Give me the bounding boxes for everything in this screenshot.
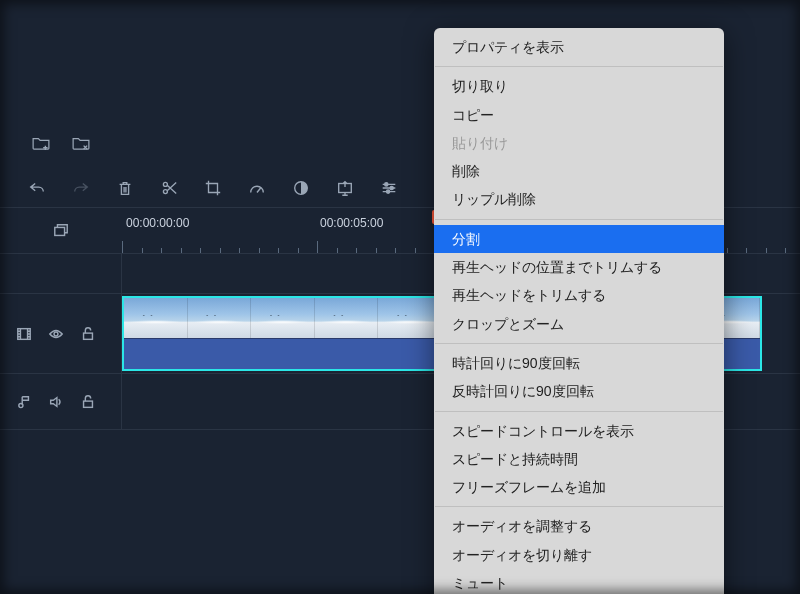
eye-icon[interactable] [48,326,64,342]
speedometer-icon[interactable] [248,179,266,197]
menu-item[interactable]: クロップとズーム [434,310,724,338]
menu-item[interactable]: スピードコントロールを表示 [434,417,724,445]
undo-icon[interactable] [28,179,46,197]
timecode-1: 00:00:05:00 [320,216,383,230]
clip-context-menu: プロパティを表示切り取りコピー貼り付け削除リップル削除分割再生ヘッドの位置までト… [434,28,724,594]
menu-item[interactable]: 削除 [434,157,724,185]
menu-item[interactable]: ミュート [434,569,724,594]
filmstrip-icon[interactable] [16,326,32,342]
menu-item[interactable]: 分割 [434,225,724,253]
menu-separator [435,343,723,344]
menu-item: 貼り付け [434,129,724,157]
menu-item[interactable]: 切り取り [434,72,724,100]
timecode-0: 00:00:00:00 [126,216,189,230]
svg-point-5 [390,186,393,189]
folder-plus-icon [32,136,50,150]
trash-icon[interactable] [116,179,134,197]
svg-rect-10 [84,333,93,339]
lock-icon[interactable] [80,394,96,410]
svg-rect-12 [84,401,93,407]
export-frame-icon[interactable] [336,179,354,197]
media-stack-icon[interactable] [53,223,69,239]
folder-remove-button[interactable] [72,136,90,154]
menu-item[interactable]: 再生ヘッドをトリムする [434,281,724,309]
svg-rect-7 [55,227,65,235]
svg-point-4 [385,182,388,185]
svg-point-6 [386,189,389,192]
menu-separator [435,506,723,507]
music-note-icon[interactable] [16,394,32,410]
folder-x-icon [72,136,90,150]
menu-item[interactable]: オーディオを切り離す [434,541,724,569]
sliders-icon[interactable] [380,179,398,197]
menu-item[interactable]: オーディオを調整する [434,512,724,540]
lock-icon[interactable] [80,326,96,342]
svg-point-11 [19,403,23,407]
menu-item[interactable]: フリーズフレームを追加 [434,473,724,501]
redo-icon [72,179,90,197]
menu-item[interactable]: リップル削除 [434,185,724,213]
menu-item[interactable]: コピー [434,101,724,129]
menu-item[interactable]: 再生ヘッドの位置までトリムする [434,253,724,281]
menu-item[interactable]: スピードと持続時間 [434,445,724,473]
scissors-icon[interactable] [160,179,178,197]
menu-separator [435,411,723,412]
speaker-icon[interactable] [48,394,64,410]
folder-add-button[interactable] [32,136,50,154]
menu-item[interactable]: プロパティを表示 [434,33,724,61]
menu-item[interactable]: 時計回りに90度回転 [434,349,724,377]
color-icon[interactable] [292,179,310,197]
svg-point-9 [54,332,58,336]
menu-item[interactable]: 反時計回りに90度回転 [434,377,724,405]
crop-icon[interactable] [204,179,222,197]
menu-separator [435,66,723,67]
menu-separator [435,219,723,220]
